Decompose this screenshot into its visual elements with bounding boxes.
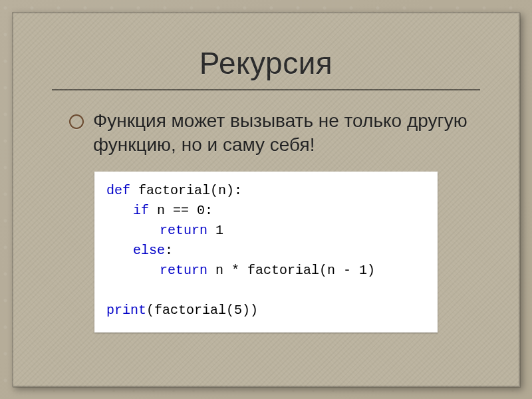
- slide-title: Рекурсия: [52, 45, 480, 81]
- bullet-item: Функция может вызывать не только другую …: [69, 109, 480, 157]
- code-text: factorial(n):: [130, 183, 242, 198]
- code-line-5: return n * factorial(n - 1): [106, 261, 426, 281]
- code-line-4: else:: [106, 241, 426, 261]
- code-text: (factorial(5)): [146, 303, 258, 318]
- keyword-return: return: [160, 263, 207, 278]
- code-line-3: return 1: [106, 221, 426, 241]
- code-text: n * factorial(n - 1): [207, 263, 375, 278]
- code-snippet: def factorial(n): if n == 0: return 1 el…: [94, 172, 438, 332]
- slide-background: Рекурсия Функция может вызывать не тольк…: [0, 0, 532, 399]
- bullet-text: Функция может вызывать не только другую …: [93, 109, 480, 157]
- keyword-return: return: [160, 223, 207, 238]
- keyword-else: else: [133, 243, 165, 258]
- slide-card: Рекурсия Функция может вызывать не тольк…: [12, 12, 520, 387]
- keyword-if: if: [133, 203, 149, 218]
- code-line-1: def factorial(n):: [106, 181, 426, 201]
- code-line-2: if n == 0:: [106, 201, 426, 221]
- title-container: Рекурсия: [52, 32, 480, 90]
- code-blank-line: [106, 281, 426, 301]
- keyword-def: def: [106, 183, 130, 198]
- circle-bullet-icon: [69, 114, 84, 129]
- code-line-6: print(factorial(5)): [106, 301, 426, 321]
- keyword-print: print: [106, 303, 146, 318]
- code-text: 1: [207, 223, 223, 238]
- code-text: :: [165, 243, 173, 258]
- code-text: n == 0:: [149, 203, 213, 218]
